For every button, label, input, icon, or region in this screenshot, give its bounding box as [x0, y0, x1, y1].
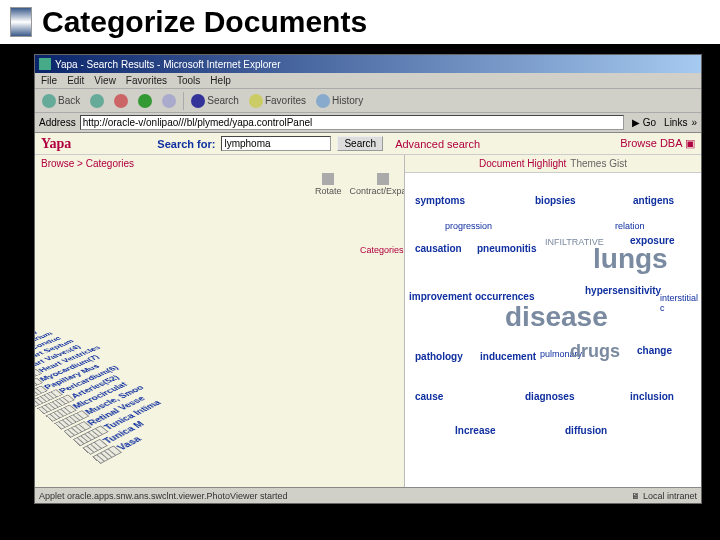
document-pane: Document Highlight Themes Gist symptomsb… [405, 155, 701, 487]
cloud-word[interactable]: biopsies [535, 195, 576, 206]
history-icon [316, 94, 330, 108]
slide-title-bar: Categorize Documents [0, 0, 720, 44]
categories-3d-view[interactable]: EndocardiumFetal Heart(0)Heart AtriumHea… [35, 264, 400, 487]
menu-help[interactable]: Help [210, 75, 231, 86]
cloud-word[interactable]: relation [615, 221, 645, 231]
address-label: Address [39, 117, 76, 128]
menu-favorites[interactable]: Favorites [126, 75, 167, 86]
stop-icon [114, 94, 128, 108]
cloud-word[interactable]: cause [415, 391, 443, 402]
cloud-word[interactable]: interstitial c [660, 293, 701, 313]
cloud-word[interactable]: symptoms [415, 195, 465, 206]
window-title: Yapa - Search Results - Microsoft Intern… [55, 59, 280, 70]
categories-pane: Browse > Categories Rotate Contract/Expa… [35, 155, 405, 487]
categories-axis-label: Categories [360, 245, 404, 255]
menubar: File Edit View Favorites Tools Help [35, 73, 701, 89]
status-text: Applet oracle.apps.snw.ans.swclnt.viewer… [39, 491, 287, 501]
address-input[interactable] [80, 115, 624, 130]
cloud-word[interactable]: pathology [415, 351, 463, 362]
cloud-word[interactable]: drugs [570, 341, 620, 362]
app-name[interactable]: Yapa [41, 136, 71, 152]
window-titlebar: Yapa - Search Results - Microsoft Intern… [35, 55, 701, 73]
favorites-icon [249, 94, 263, 108]
rotate-icon [322, 173, 334, 185]
home-button[interactable] [159, 93, 179, 109]
go-button[interactable]: ▶ Go [628, 117, 660, 128]
history-button[interactable]: History [313, 93, 366, 109]
stop-button[interactable] [111, 93, 131, 109]
page-content: Yapa Search for: Search Advanced search … [35, 133, 701, 487]
contract-icon [377, 173, 389, 185]
cloud-word[interactable]: change [637, 345, 672, 356]
refresh-button[interactable] [135, 93, 155, 109]
cloud-word[interactable]: lungs [593, 243, 668, 275]
forward-icon [90, 94, 104, 108]
menu-file[interactable]: File [41, 75, 57, 86]
back-icon [42, 94, 56, 108]
favorites-button[interactable]: Favorites [246, 93, 309, 109]
search-icon [191, 94, 205, 108]
cloud-word[interactable]: progression [445, 221, 492, 231]
menu-edit[interactable]: Edit [67, 75, 84, 86]
cloud-word[interactable]: causation [415, 243, 462, 254]
rotate-control[interactable]: Rotate [315, 173, 342, 196]
browse-dba-link[interactable]: Browse DBA ▣ [620, 137, 695, 150]
dna-logo-icon [10, 7, 32, 37]
cloud-word[interactable]: diagnoses [525, 391, 574, 402]
cloud-word[interactable]: inclusion [630, 391, 674, 402]
breadcrumb[interactable]: Browse > Categories [35, 155, 404, 172]
cloud-word[interactable]: diffusion [565, 425, 607, 436]
slide-title: Categorize Documents [42, 5, 367, 39]
advanced-search-link[interactable]: Advanced search [395, 138, 480, 150]
main-panes: Browse > Categories Rotate Contract/Expa… [35, 155, 701, 487]
forward-button[interactable] [87, 93, 107, 109]
contract-expand-control[interactable]: Contract/Expand [350, 173, 405, 196]
home-icon [162, 94, 176, 108]
toolbar: Back Search Favorites History [35, 89, 701, 113]
cloud-word[interactable]: disease [505, 301, 608, 333]
zone-icon: 🖥 [631, 491, 640, 501]
app-bar: Yapa Search for: Search Advanced search … [35, 133, 701, 155]
document-tabs: Document Highlight Themes Gist [405, 155, 701, 173]
view-controls: Rotate Contract/Expand [315, 173, 405, 196]
cloud-word[interactable]: hypersensitivity [585, 285, 661, 296]
search-input[interactable] [221, 136, 331, 151]
cloud-word[interactable]: antigens [633, 195, 674, 206]
app-search-button[interactable]: Search [337, 136, 383, 151]
word-cloud: symptomsbiopsiesantigensprogressionrelat… [405, 173, 701, 487]
search-for-label: Search for: [157, 138, 215, 150]
cloud-word[interactable]: improvement [409, 291, 472, 302]
tab-themes-gist[interactable]: Themes Gist [570, 158, 627, 169]
menu-view[interactable]: View [94, 75, 116, 86]
search-button[interactable]: Search [188, 93, 242, 109]
links-label[interactable]: Links [664, 117, 687, 128]
cloud-word[interactable]: inducement [480, 351, 536, 362]
menu-tools[interactable]: Tools [177, 75, 200, 86]
status-zone: 🖥Local intranet [631, 491, 697, 501]
cloud-word[interactable]: pneumonitis [477, 243, 536, 254]
browser-window: Yapa - Search Results - Microsoft Intern… [34, 54, 702, 504]
cloud-word[interactable]: Increase [455, 425, 496, 436]
refresh-icon [138, 94, 152, 108]
statusbar: Applet oracle.apps.snw.ans.swclnt.viewer… [35, 487, 701, 503]
tab-doc-highlight[interactable]: Document Highlight [479, 158, 566, 169]
address-bar: Address ▶ Go Links» [35, 113, 701, 133]
ie-icon [39, 58, 51, 70]
back-button[interactable]: Back [39, 93, 83, 109]
